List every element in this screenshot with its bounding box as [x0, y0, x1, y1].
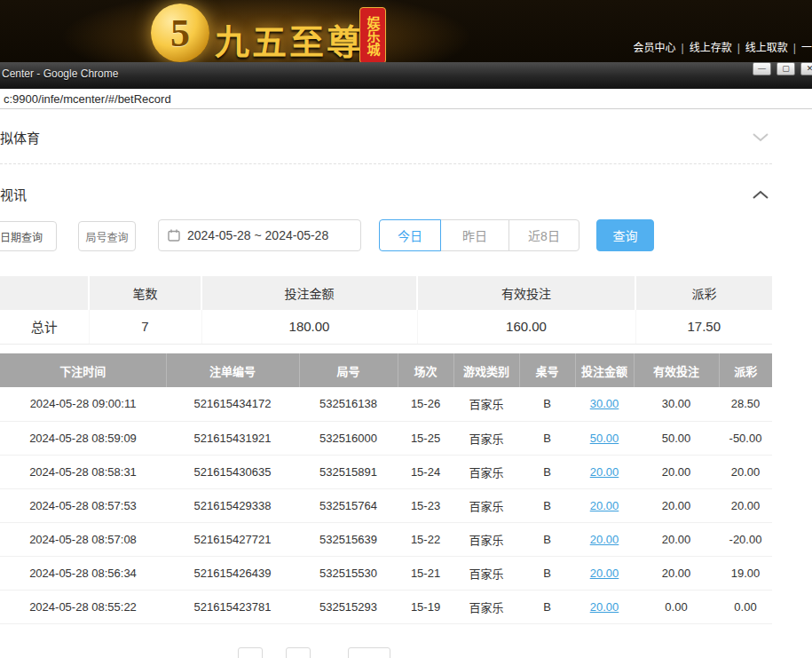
- session-cell: 15-22: [398, 522, 453, 556]
- round-no-cell: 532515293: [299, 590, 398, 623]
- game-type-cell: 百家乐: [453, 488, 519, 522]
- section-video[interactable]: 视讯: [0, 185, 27, 203]
- bet-amount-link[interactable]: 20.00: [590, 600, 619, 614]
- chevron-down-icon[interactable]: [753, 130, 769, 146]
- payout-cell: 19.00: [719, 556, 772, 590]
- section-sports[interactable]: 拟体育: [0, 128, 40, 147]
- summary-total-label: 总计: [0, 310, 89, 344]
- date-query-button[interactable]: 日期查询: [0, 221, 57, 251]
- table-no-cell: B: [519, 421, 575, 455]
- bet-amount-link[interactable]: 20.00: [590, 499, 619, 512]
- top-nav: 会员中心|线上存款|线上取款|一: [628, 39, 812, 54]
- bet-table-body: 2024-05-28 09:00:11521615434172532516138…: [0, 387, 772, 623]
- page-content: 拟体育 视讯 日期查询 局号查询 2024-05-28 ~ 2024-05-28…: [0, 109, 812, 658]
- coin-digit: 5: [170, 11, 190, 56]
- browser-address-bar[interactable]: c:9900/infe/mcenter/#/betRecord: [0, 89, 812, 109]
- chevron-up-icon[interactable]: [753, 186, 769, 202]
- nav-link-withdraw[interactable]: 线上取款: [745, 42, 788, 54]
- pagination-button-3[interactable]: [348, 647, 390, 658]
- valid-bet-cell: 20.00: [634, 455, 719, 488]
- nav-separator: |: [737, 42, 740, 54]
- payout-cell: 20.00: [719, 488, 772, 522]
- summary-table-head: 笔数 投注金额 有效投注 派彩: [0, 276, 772, 310]
- valid-bet-cell: 20.00: [634, 556, 719, 590]
- bet-amount-link[interactable]: 20.00: [590, 465, 619, 479]
- bet-header-payout: 派彩: [719, 353, 772, 387]
- bet-header-session: 场次: [398, 353, 453, 387]
- summary-table: 笔数 投注金额 有效投注 派彩 总计 7 180.00 160.00 17.50: [0, 276, 772, 345]
- minimize-button[interactable]: —: [753, 62, 771, 75]
- game-type-cell: 百家乐: [453, 421, 519, 455]
- summary-header-valid-bet: 有效投注: [417, 276, 635, 310]
- brand-title: 九五至尊: [215, 14, 364, 64]
- today-button[interactable]: 今日: [379, 219, 441, 251]
- bet-amount-link[interactable]: 30.00: [590, 397, 619, 410]
- nav-link-member-center[interactable]: 会员中心: [634, 42, 676, 54]
- last-8-days-button[interactable]: 近8日: [508, 219, 579, 251]
- summary-total-row: 总计 7 180.00 160.00 17.50: [0, 310, 772, 344]
- payout-cell: -50.00: [719, 421, 772, 455]
- round-no-cell: 532515530: [299, 556, 398, 590]
- game-type-cell: 百家乐: [453, 590, 519, 623]
- nav-link-deposit[interactable]: 线上存款: [690, 42, 732, 54]
- session-cell: 15-23: [398, 488, 453, 522]
- valid-bet-cell: 50.00: [634, 421, 719, 455]
- summary-header-payout: 派彩: [635, 276, 772, 310]
- url-text: c:9900/infe/mcenter/#/betRecord: [4, 92, 171, 106]
- bet-record-table: 下注时间 注单编号 局号 场次 游戏类别 桌号 投注金额 有效投注 派彩 202…: [0, 353, 772, 624]
- game-type-cell: 百家乐: [453, 556, 519, 590]
- bet-header-table-no: 桌号: [519, 353, 575, 387]
- bet-amount-cell: 20.00: [575, 455, 634, 488]
- bet-time-cell: 2024-05-28 08:57:08: [0, 522, 166, 556]
- bet-time-cell: 2024-05-28 08:58:31: [0, 455, 166, 488]
- game-type-cell: 百家乐: [453, 522, 519, 556]
- bet-amount-link[interactable]: 20.00: [590, 567, 619, 580]
- summary-header-bet-amount: 投注金额: [201, 276, 417, 310]
- bet-header-id: 注单编号: [166, 353, 299, 387]
- summary-header-count: 笔数: [89, 276, 201, 310]
- bet-row: 2024-05-28 08:57:53521615429338532515764…: [0, 488, 772, 522]
- day-filter-group: 今日 昨日 近8日: [379, 219, 579, 251]
- bet-amount-link[interactable]: 20.00: [590, 533, 619, 546]
- nav-link-partial[interactable]: 一: [801, 42, 812, 54]
- valid-bet-cell: 20.00: [634, 522, 719, 556]
- table-no-cell: B: [519, 455, 575, 488]
- maximize-button[interactable]: ▢: [777, 62, 795, 75]
- bet-row: 2024-05-28 08:59:09521615431921532516000…: [0, 421, 772, 455]
- pagination-button-2[interactable]: [286, 647, 311, 658]
- bet-amount-link[interactable]: 50.00: [590, 432, 619, 445]
- bet-amount-cell: 20.00: [575, 590, 634, 623]
- round-no-cell: 532515764: [299, 488, 398, 522]
- session-cell: 15-25: [398, 421, 453, 455]
- bet-row: 2024-05-28 08:57:08521615427721532515639…: [0, 522, 772, 556]
- bet-id-cell: 521615426439: [166, 556, 299, 590]
- bet-id-cell: 521615423781: [166, 590, 299, 623]
- valid-bet-cell: 30.00: [634, 387, 719, 421]
- pagination-button-1[interactable]: [238, 647, 263, 658]
- table-no-cell: B: [519, 590, 575, 623]
- close-button[interactable]: ✕: [800, 62, 812, 75]
- search-button[interactable]: 查询: [596, 219, 654, 251]
- round-no-cell: 532515891: [299, 455, 398, 488]
- bet-amount-cell: 20.00: [575, 488, 634, 522]
- bet-header-valid: 有效投注: [634, 353, 719, 387]
- bet-time-cell: 2024-05-28 08:57:53: [0, 488, 166, 522]
- bet-row: 2024-05-28 08:58:31521615430635532515891…: [0, 455, 772, 488]
- bet-table-head: 下注时间 注单编号 局号 场次 游戏类别 桌号 投注金额 有效投注 派彩: [0, 353, 772, 387]
- bet-amount-cell: 20.00: [575, 556, 634, 590]
- bet-id-cell: 521615427721: [166, 522, 299, 556]
- date-range-value: 2024-05-28 ~ 2024-05-28: [187, 228, 328, 242]
- round-no-cell: 532516000: [299, 421, 398, 455]
- window-controls: — ▢ ✕: [753, 62, 812, 75]
- bet-amount-cell: 30.00: [575, 387, 634, 421]
- bet-time-cell: 2024-05-28 08:55:22: [0, 590, 166, 623]
- table-no-cell: B: [519, 556, 575, 590]
- yesterday-button[interactable]: 昨日: [440, 219, 509, 251]
- payout-cell: 20.00: [719, 455, 772, 488]
- window-title: Center - Google Chrome: [2, 67, 118, 80]
- session-cell: 15-24: [398, 455, 453, 488]
- date-range-input[interactable]: 2024-05-28 ~ 2024-05-28: [158, 219, 361, 251]
- bet-id-cell: 521615434172: [166, 387, 299, 421]
- summary-header-blank: [0, 276, 89, 310]
- round-query-button[interactable]: 局号查询: [78, 221, 136, 251]
